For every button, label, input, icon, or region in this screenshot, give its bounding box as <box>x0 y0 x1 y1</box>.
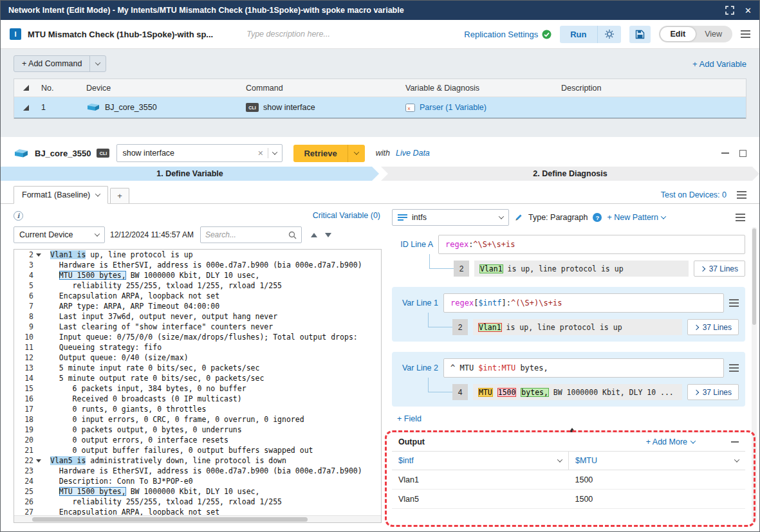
fold-gutter <box>33 414 44 425</box>
line-number: 23 <box>14 466 33 476</box>
search-icon[interactable] <box>288 231 297 239</box>
row-command: show interface <box>263 103 315 112</box>
edit-mode-button[interactable]: Edit <box>660 27 696 41</box>
menu-icon[interactable] <box>741 30 750 38</box>
matched-lines-button[interactable]: 37 Lines <box>687 319 739 335</box>
scrollbar-thumb[interactable] <box>32 517 308 522</box>
paragraph-icon <box>398 214 407 222</box>
maximize-panel-icon[interactable] <box>739 150 746 157</box>
collapse-output-icon[interactable] <box>731 441 739 443</box>
green-check-icon <box>542 30 551 39</box>
retrieve-dropdown[interactable] <box>348 145 365 162</box>
pattern-menu-icon[interactable] <box>729 364 739 372</box>
fold-icon[interactable] <box>36 459 41 463</box>
add-format-tab[interactable]: + <box>110 188 129 203</box>
source-select[interactable]: Current Device <box>14 226 105 243</box>
clear-icon[interactable]: ✕ <box>257 149 263 158</box>
line-number: 18 <box>14 414 33 425</box>
text-segment: Vlan1 <box>478 323 502 332</box>
new-pattern-link[interactable]: + New Pattern <box>607 213 658 222</box>
code-line: 5 reliability 255/255, txload 1/255, rxl… <box>14 280 381 291</box>
description-field[interactable]: Type description here... <box>246 30 458 39</box>
search-next-icon[interactable] <box>325 233 331 237</box>
expand-all-icon[interactable] <box>23 85 29 91</box>
fold-gutter <box>33 425 44 435</box>
matched-lines-button[interactable]: 37 Lines <box>694 261 745 277</box>
code-line: 22Vlan5 is administratively down, line p… <box>14 455 381 466</box>
horizontal-scrollbar[interactable] <box>14 515 381 522</box>
pattern-pane: intfs Type: Paragraph ? + New Pattern <box>385 204 759 532</box>
info-icon[interactable]: i <box>14 211 23 221</box>
fold-gutter <box>33 383 44 394</box>
fold-icon[interactable] <box>36 253 41 257</box>
view-mode-button[interactable]: View <box>696 27 731 41</box>
menu-icon[interactable] <box>737 191 746 199</box>
edit-view-toggle: Edit View <box>659 26 732 42</box>
fullscreen-icon[interactable] <box>725 6 734 15</box>
vertical-scrollbar[interactable] <box>752 227 757 522</box>
add-more-link[interactable]: + Add More <box>646 437 687 446</box>
add-command-dropdown[interactable] <box>89 56 106 71</box>
code-line: 25 MTU 1500 bytes, BW 1000000 Kbit, DLY … <box>14 486 381 497</box>
header-variable: Variable & Diagnosis <box>402 84 557 93</box>
fold-gutter <box>33 373 44 383</box>
collapse-row-icon[interactable] <box>23 105 29 111</box>
line-number: 2 <box>14 250 33 260</box>
variable-select[interactable]: intfs <box>392 209 509 226</box>
live-data-link[interactable]: Live Data <box>396 149 430 158</box>
collapse-handle-icon[interactable] <box>569 428 575 432</box>
row-parser-link[interactable]: Parser (1 Variable) <box>420 103 487 112</box>
step-define-variable[interactable]: 1. Define Variable <box>1 167 379 181</box>
matched-lines-button[interactable]: 37 Lines <box>687 384 739 400</box>
table-row[interactable]: 1 BJ_core_3550 CLI show interface x Pars… <box>14 97 746 118</box>
code-text: Last input 37w6d, output never, output h… <box>44 311 381 322</box>
run-button[interactable]: Run <box>560 26 597 43</box>
fold-gutter <box>33 363 44 373</box>
replication-settings-link[interactable]: Replication Settings <box>464 30 538 39</box>
run-settings-button[interactable] <box>597 26 621 43</box>
line-number: 13 <box>14 363 33 373</box>
close-icon[interactable]: ✕ <box>745 6 752 15</box>
test-on-devices-link[interactable]: Test on Devices: 0 <box>661 190 727 199</box>
add-field-link[interactable]: + Field <box>397 414 422 423</box>
pattern-menu-icon[interactable] <box>729 299 739 307</box>
menu-icon[interactable] <box>736 214 745 221</box>
var-line-2-pattern-input[interactable]: ^ MTU $int:MTU bytes, <box>443 358 724 378</box>
scrollbar-thumb[interactable] <box>752 228 756 325</box>
code-text: Description: Conn To BJ*POP-e0 <box>44 476 381 486</box>
add-variable-link[interactable]: + Add Variable <box>692 59 746 69</box>
code-line: 12 Output queue: 0/40 (size/max) <box>14 353 381 363</box>
command-table-header: No. Device Command Variable & Diagnosis … <box>14 79 746 97</box>
output-column-intf[interactable]: $intf <box>392 452 569 470</box>
output-title: Output <box>398 437 425 446</box>
fold-gutter <box>33 260 44 270</box>
retrieve-button[interactable]: Retrieve <box>293 145 347 162</box>
critical-variable-link[interactable]: Critical Variable (0) <box>313 211 380 220</box>
output-column-mtu[interactable]: $MTU <box>569 452 745 470</box>
fold-gutter <box>33 486 44 497</box>
search-input[interactable] <box>205 230 285 239</box>
id-line-pattern-input[interactable]: regex:^\S+\s+is <box>438 235 745 254</box>
collapse-panel-icon[interactable] <box>721 152 729 154</box>
fold-gutter <box>33 445 44 455</box>
command-select[interactable]: show interface ✕ <box>116 144 283 162</box>
fold-gutter <box>33 322 44 332</box>
output-cell: Vlan1 <box>392 470 569 489</box>
help-icon[interactable]: ? <box>593 213 602 222</box>
output-cell: 1500 <box>569 490 746 508</box>
code-text: Vlan1 is up, line protocol is up <box>44 250 381 260</box>
line-number: 11 <box>14 342 33 353</box>
search-prev-icon[interactable] <box>311 233 317 237</box>
var-line-1-pattern-input[interactable]: regex[$intf]:^(\S+)\s+is <box>443 293 724 313</box>
edit-pencil-icon[interactable] <box>514 213 523 222</box>
tab-format1-baseline[interactable]: Format1 (Baseline) <box>14 186 108 204</box>
wizard-steps: 1. Define Variable 2. Define Diagnosis <box>1 167 759 181</box>
save-button[interactable] <box>629 26 651 43</box>
step-define-diagnosis[interactable]: 2. Define Diagnosis <box>381 167 759 181</box>
code-text: Vlan5 is administratively down, line pro… <box>44 455 381 466</box>
add-command-button[interactable]: + Add Command <box>14 55 106 72</box>
fold-gutter <box>33 342 44 353</box>
text-segment: $int:MTU <box>478 363 515 372</box>
device-output-editor[interactable]: 2Vlan1 is up, line protocol is up3 Hardw… <box>14 249 382 523</box>
add-command-label: + Add Command <box>14 56 89 71</box>
